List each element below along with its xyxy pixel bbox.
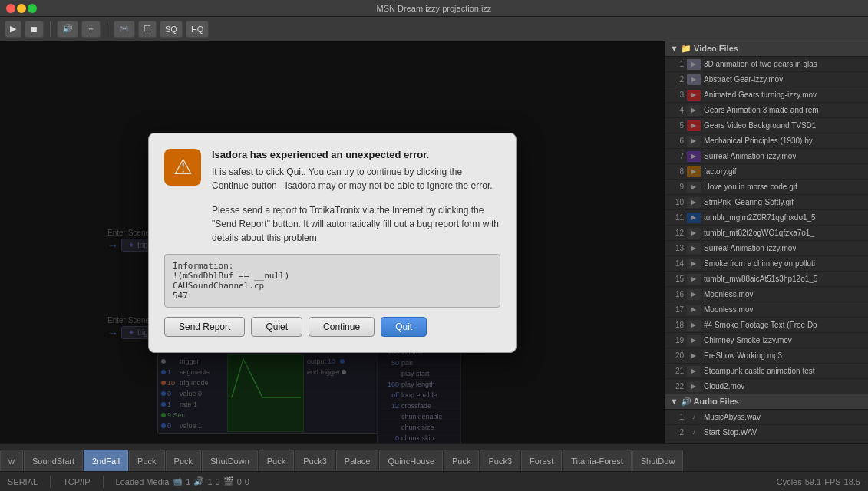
- file-item-audio-2[interactable]: 2 ♪ Start-Stop.WAV: [665, 425, 868, 440]
- modal-text: Isadora has experienced an unexpected er…: [212, 149, 500, 245]
- scene-tab-puck[interactable]: Puck: [444, 450, 479, 471]
- maximize-dot[interactable]: [28, 4, 37, 13]
- file-num: 22: [668, 382, 684, 390]
- scene-tab-titania-forest[interactable]: Titania-Forest: [563, 450, 631, 471]
- cycles-label: Cycles: [777, 477, 802, 486]
- file-item-video-9[interactable]: 9 ▶ I love you in morse code.gif: [665, 180, 868, 195]
- file-name: Moonless.mov: [704, 290, 753, 298]
- scene-tab-forest[interactable]: Forest: [521, 450, 562, 471]
- file-item-video-22[interactable]: 22 ▶ Cloud2.mov: [665, 379, 868, 394]
- file-thumb: ▶: [687, 151, 701, 162]
- file-item-video-6[interactable]: 6 ▶ Mechanical Principles (1930) by: [665, 133, 868, 149]
- val2: 0: [245, 477, 249, 486]
- file-thumb: ▶: [687, 166, 701, 177]
- title-bar: MSN Dream izzy projection.izz: [0, 0, 868, 17]
- scene-tab-soundstart[interactable]: SoundStart: [24, 450, 83, 471]
- file-name: Start-Stop.WAV: [704, 428, 757, 437]
- file-item-video-14[interactable]: 14 ▶ Smoke from a chimney on polluti: [665, 256, 868, 272]
- file-item-video-4[interactable]: 4 ▶ Gears Animation 3 made and rem: [665, 103, 868, 118]
- file-name: Abstract Gear-izzy.mov: [704, 75, 783, 84]
- modal-title: Isadora has experienced an unexpected er…: [212, 149, 500, 160]
- quit-button[interactable]: Quit: [381, 317, 427, 337]
- file-item-video-7[interactable]: 7 ▶ Surreal Animation-izzy.mov: [665, 149, 868, 164]
- file-num: 15: [668, 275, 684, 283]
- file-item-video-12[interactable]: 12 ▶ tumblr_mt82t2ogWO1qfzxa7o1_: [665, 226, 868, 241]
- file-name: 3D animation of two gears in glas: [704, 60, 817, 68]
- file-num: 1: [668, 60, 684, 68]
- scene-tab-w[interactable]: w: [0, 450, 23, 471]
- scene-tab-2ndfall[interactable]: 2ndFall: [84, 450, 128, 471]
- file-item-video-16[interactable]: 16 ▶ Moonless.mov: [665, 287, 868, 302]
- close-dot[interactable]: [6, 4, 15, 13]
- scene-tab-palace[interactable]: Palace: [336, 450, 379, 471]
- tcp-item[interactable]: TCP/IP: [63, 477, 90, 486]
- play-button[interactable]: ▶: [5, 21, 21, 38]
- file-item-video-19[interactable]: 19 ▶ Chimney Smoke-izzy.mov: [665, 333, 868, 348]
- file-num: 6: [668, 137, 684, 145]
- file-item-video-8[interactable]: 8 ▶ factory.gif: [665, 164, 868, 180]
- serial-item[interactable]: SERIAL: [8, 477, 38, 486]
- info-line2: CAUSoundChannel.cp: [173, 281, 492, 291]
- file-num: 13: [668, 244, 684, 252]
- scene-tab-puck[interactable]: Puck: [166, 450, 201, 471]
- toolbar-separator: [50, 21, 51, 37]
- file-item-video-15[interactable]: 15 ▶ tumblr_mw88aicAt51s3hp12o1_5: [665, 272, 868, 287]
- file-num: 3: [668, 91, 684, 99]
- scene-tab-shutdown[interactable]: ShutDown: [202, 450, 258, 471]
- file-item-video-5[interactable]: 5 ▶ Gears Video Background TVSD1: [665, 118, 868, 133]
- send-report-button[interactable]: Send Report: [164, 317, 245, 337]
- file-thumb: ▶: [687, 90, 701, 101]
- file-item-video-3[interactable]: 3 ▶ Animated Gears turning-izzy.mov: [665, 87, 868, 103]
- file-num: 2: [668, 428, 684, 437]
- scene-tab-puck[interactable]: Puck: [259, 450, 294, 471]
- file-item-video-13[interactable]: 13 ▶ Surreal Animation-izzy.mov: [665, 241, 868, 256]
- file-num: 7: [668, 152, 684, 160]
- media-icon: 📹: [172, 476, 183, 486]
- quiet-button[interactable]: Quiet: [251, 317, 302, 337]
- file-name: Moonless.mov: [704, 305, 753, 314]
- file-name: Surreal Animation-izzy.mov: [704, 152, 796, 160]
- volume-button[interactable]: 🔊: [57, 21, 78, 38]
- toolbar-separator-2: [107, 21, 107, 37]
- scene-tab-puck[interactable]: Puck: [129, 450, 164, 471]
- file-item-video-2[interactable]: 2 ▶ Abstract Gear-izzy.mov: [665, 72, 868, 87]
- scene-tab-shutdow[interactable]: ShutDow: [632, 450, 684, 471]
- file-item-audio-1[interactable]: 1 ♪ MusicAbyss.wav: [665, 410, 868, 425]
- file-item-video-10[interactable]: 10 ▶ StmPnk_Gearing-Softly.gif: [665, 195, 868, 210]
- file-item-video-18[interactable]: 18 ▶ #4 Smoke Footage Text (Free Do: [665, 318, 868, 333]
- file-item-audio-3[interactable]: 3 ♪ FalsStart.WAV: [665, 440, 868, 443]
- add-button[interactable]: ＋: [81, 21, 101, 38]
- file-list[interactable]: 1 ▶ 3D animation of two gears in glas 2 …: [665, 57, 868, 443]
- scene-tab-puck3[interactable]: Puck3: [480, 450, 520, 471]
- scene-tab-puck3[interactable]: Puck3: [295, 450, 335, 471]
- status-sep-1: [50, 476, 51, 488]
- file-name: Steampunk castle animation test: [704, 367, 815, 375]
- sq-button[interactable]: SQ: [160, 21, 183, 38]
- gamepad-button[interactable]: 🎮: [114, 21, 135, 38]
- file-name: Gears Animation 3 made and rem: [704, 106, 819, 114]
- tcp-label: TCP/IP: [63, 477, 90, 486]
- file-num: 17: [668, 305, 684, 314]
- video-files-label: ▼ 📁 Video Files: [670, 44, 738, 54]
- file-item-video-1[interactable]: 1 ▶ 3D animation of two gears in glas: [665, 57, 868, 72]
- minimize-dot[interactable]: [17, 4, 26, 13]
- val1: 0: [216, 477, 220, 486]
- file-thumb: ▶: [687, 305, 701, 315]
- stop-button[interactable]: ⏹: [25, 21, 44, 38]
- file-num: 21: [668, 367, 684, 375]
- audio-icon: 🔊: [193, 476, 204, 486]
- scene-tab-quinchouse[interactable]: QuincHouse: [379, 450, 443, 471]
- continue-button[interactable]: Continue: [309, 317, 375, 337]
- file-thumb: ▶: [687, 366, 701, 377]
- file-item-video-21[interactable]: 21 ▶ Steampunk castle animation test: [665, 364, 868, 379]
- file-item-video-11[interactable]: 11 ▶ tumblr_mglm2Z0R71qgfhxdo1_5: [665, 210, 868, 226]
- canvas-area[interactable]: Enter Scene Trigger → ✦ trigger - Enter …: [0, 41, 665, 443]
- file-item-video-17[interactable]: 17 ▶ Moonless.mov: [665, 302, 868, 318]
- file-name: tumblr_mglm2Z0R71qgfhxdo1_5: [704, 213, 816, 222]
- toolbar: ▶ ⏹ 🔊 ＋ 🎮 ☐ SQ HQ: [0, 17, 868, 41]
- file-item-video-20[interactable]: 20 ▶ PreShow Working.mp3: [665, 348, 868, 364]
- window-button[interactable]: ☐: [138, 21, 157, 38]
- window-controls[interactable]: [6, 4, 37, 13]
- modal-top: ⚠ Isadora has experienced an unexpected …: [164, 149, 500, 245]
- hq-button[interactable]: HQ: [186, 21, 210, 38]
